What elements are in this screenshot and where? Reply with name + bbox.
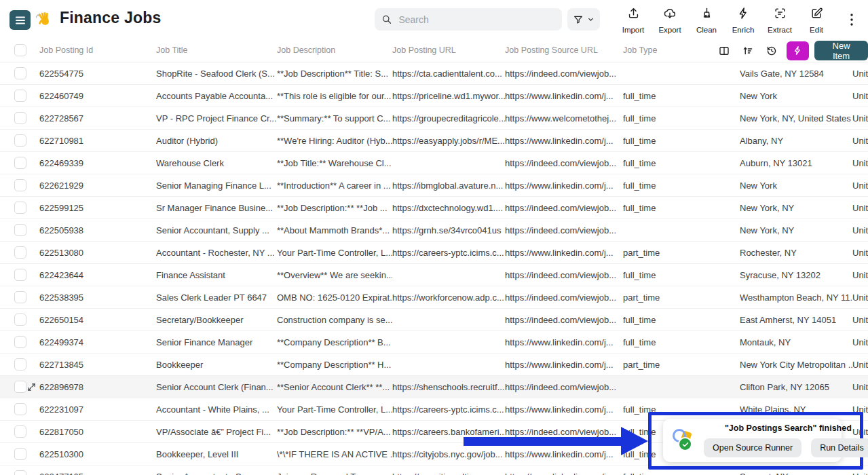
cell-job-description: **Job Description:** **VP/A... (277, 427, 392, 437)
table-row[interactable]: 622713845 Bookkeeper **Company Descripti… (0, 354, 868, 376)
row-checkbox[interactable] (14, 314, 26, 326)
ai-actions-button[interactable] (787, 41, 809, 60)
column-header-job-posting-source-url[interactable]: Job Posting Source URL (505, 45, 623, 55)
cell-job-posting-id: 622469339 (39, 158, 156, 168)
cell-job-posting-id: 622499374 (39, 337, 156, 347)
history-button[interactable] (763, 41, 781, 60)
edit-button[interactable]: Edit (798, 5, 835, 34)
cell-job-type: full_time (623, 158, 740, 168)
cell-location: Auburn, NY 13021 (740, 158, 852, 168)
enrich-button[interactable]: Enrich (725, 5, 761, 34)
table-row[interactable]: 622499374 Senior Finance Manager **Compa… (0, 331, 868, 354)
cell-job-type: full_time (623, 136, 740, 146)
cell-job-posting-url: https://groupecreditagricole... (392, 113, 505, 124)
cell-job-posting-id: 622538395 (39, 292, 156, 303)
row-checkbox[interactable] (14, 134, 26, 147)
cell-job-posting-id: 622650154 (39, 315, 156, 325)
cell-job-posting-source-url: https://indeed.com/viewjob... (505, 158, 623, 168)
filter-button[interactable] (567, 8, 600, 31)
cell-job-title: Finance Assistant (156, 270, 277, 280)
row-checkbox[interactable] (14, 448, 26, 460)
row-checkbox[interactable] (14, 470, 26, 475)
toast-notification: "Job Postings Search" finished Open Sour… (663, 419, 842, 462)
cell-job-posting-url: https://priceline.wd1.mywor... (392, 91, 505, 101)
hamburger-menu-button[interactable] (10, 10, 31, 30)
row-checkbox[interactable] (14, 381, 26, 393)
column-header-job-title[interactable]: Job Title (156, 45, 277, 55)
cell-job-posting-id: 622599125 (39, 203, 156, 213)
cell-job-posting-source-url: https://indeed.com/viewjob... (505, 315, 623, 325)
column-header-job-description[interactable]: Job Description (277, 45, 392, 55)
clean-label: Clean (696, 26, 717, 34)
column-header-job-posting-url[interactable]: Job Posting URL (392, 45, 505, 55)
row-checkbox[interactable] (14, 90, 26, 102)
cell-location: New York (740, 91, 852, 101)
table-row[interactable]: 622505938 Senior Accountant, Supply ... … (0, 219, 868, 242)
row-checkbox[interactable] (14, 336, 26, 348)
open-source-runner-button[interactable]: Open Source Runner (704, 438, 801, 457)
cell-job-posting-url: https://dxctechnology.wd1.... (392, 203, 505, 213)
row-checkbox[interactable] (14, 112, 26, 124)
cell-job-posting-source-url: https://www.linkedin.com/j... (505, 337, 623, 347)
run-details-button[interactable]: Run Details (811, 438, 868, 457)
cell-job-title: Sr Manager Finance Busine... (156, 203, 277, 213)
row-checkbox[interactable] (14, 246, 26, 259)
row-checkbox[interactable] (14, 202, 26, 214)
cell-job-posting-id: 622513080 (39, 248, 156, 258)
cell-location: New York City Metropolitan ... (740, 360, 852, 370)
table-row[interactable]: 622710981 Auditor (Hybrid) **We're Hirin… (0, 130, 868, 152)
more-options-button[interactable] (840, 11, 855, 28)
cell-job-posting-source-url: https://indeed.com/viewjob... (505, 270, 623, 280)
sort-button[interactable] (739, 41, 757, 60)
cell-job-posting-id: 622896978 (39, 382, 156, 392)
upload-icon (627, 7, 640, 20)
export-button[interactable]: Export (652, 5, 688, 34)
select-all-checkbox[interactable] (14, 44, 26, 56)
table-row[interactable]: 622423644 Finance Assistant **Overview**… (0, 264, 868, 286)
cell-job-posting-url: https://workforcenow.adp.c... (392, 292, 505, 303)
row-checkbox[interactable] (14, 224, 26, 236)
row-checkbox[interactable] (14, 403, 26, 415)
cell-job-posting-source-url: https://indeed.com/viewjob... (505, 427, 623, 437)
row-checkbox[interactable] (14, 179, 26, 191)
new-item-button[interactable]: New Item (814, 41, 868, 60)
cell-job-title: Secretary/Bookkeeper (156, 315, 277, 325)
clean-button[interactable]: Clean (688, 5, 725, 34)
table-row[interactable]: 622728567 VP - RPC Project Finance Cr...… (0, 107, 868, 130)
table-row[interactable]: 622896978 Senior Account Clerk (Finan...… (0, 376, 868, 398)
row-checkbox[interactable] (14, 269, 26, 281)
row-checkbox[interactable] (14, 291, 26, 303)
table-row[interactable]: 622538395 Sales Clerk Leader PT 6647 OMB… (0, 286, 868, 309)
expand-record-icon[interactable] (27, 383, 36, 392)
cell-job-description: **Overview** We are seekin... (277, 270, 392, 280)
table-row[interactable]: 622650154 Secretary/Bookkeeper Construct… (0, 309, 868, 331)
column-header-job-posting-id[interactable]: Job Posting Id (39, 45, 156, 55)
cell-job-posting-source-url: https://indeed.com/viewjob... (505, 292, 623, 303)
table-row[interactable]: 622621929 Senior Managing Finance L... *… (0, 174, 868, 197)
table-row[interactable]: 622554775 ShopRite - Seafood Clerk (S...… (0, 62, 868, 85)
row-checkbox[interactable] (14, 358, 26, 370)
import-button[interactable]: Import (615, 5, 652, 34)
cell-country: United States (852, 225, 868, 235)
cell-country: United States (852, 360, 868, 370)
search-input[interactable] (397, 14, 555, 26)
columns-button[interactable] (715, 41, 734, 60)
table-row[interactable]: 622469339 Warehouse Clerk **Job Title:**… (0, 152, 868, 174)
cell-job-title: Auditor (Hybrid) (156, 136, 277, 146)
filter-funnel-icon (573, 14, 584, 25)
extract-button[interactable]: Extract (761, 5, 798, 34)
cell-country: United States (852, 337, 868, 347)
table-row[interactable]: 622599125 Sr Manager Finance Busine... *… (0, 197, 868, 219)
toolbar: Import Export Clean Enrich (615, 5, 835, 34)
table-row[interactable]: 622513080 Accountant - Rochester, NY ...… (0, 242, 868, 264)
cell-job-posting-url: https://grnh.se/34vrco041us (392, 225, 505, 235)
row-checkbox[interactable] (14, 425, 26, 438)
annotation-arrow-shaft (464, 437, 621, 446)
cell-job-description: OMB NO: 1625-0120 Expirat... (277, 292, 392, 303)
row-checkbox[interactable] (14, 157, 26, 169)
table-row[interactable]: 622460749 Accounts Payable Accounta... *… (0, 85, 868, 107)
cell-location: Montauk, NY (740, 337, 852, 347)
cell-job-type: full_time (623, 337, 740, 347)
cell-job-posting-source-url: https://www.linkedin.com/j... (505, 360, 623, 370)
row-checkbox[interactable] (14, 67, 26, 79)
